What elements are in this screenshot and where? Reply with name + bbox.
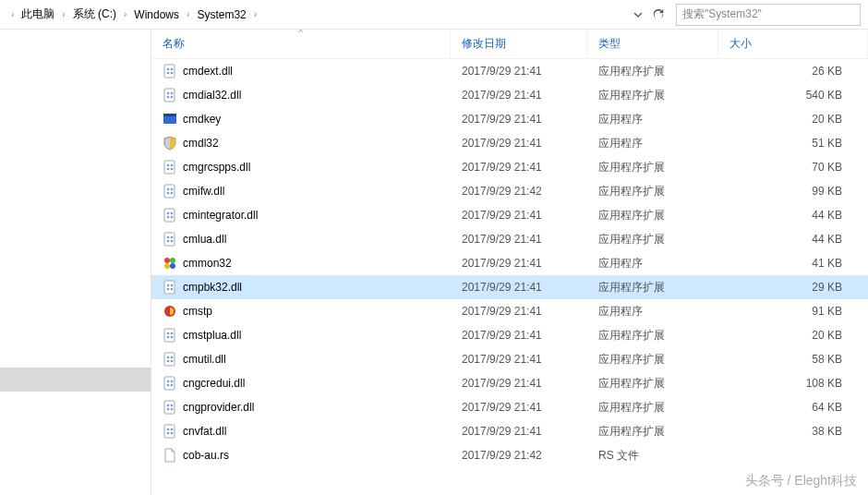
file-row[interactable]: cmstplua.dll2017/9/29 21:41应用程序扩展20 KB: [151, 323, 868, 347]
dll-icon: [163, 424, 177, 439]
svg-point-21: [171, 192, 174, 195]
dll-icon: [163, 88, 177, 103]
file-row[interactable]: cmdkey2017/9/29 21:41应用程序20 KB: [151, 107, 868, 131]
file-date-cell: 2017/9/29 21:41: [451, 137, 587, 150]
file-size-cell: 44 KB: [718, 233, 868, 246]
breadcrumb-item[interactable]: 系统 (C:): [69, 6, 120, 22]
history-dropdown-button[interactable]: [628, 5, 648, 25]
breadcrumb-item[interactable]: System32: [193, 8, 249, 21]
svg-point-49: [171, 356, 174, 359]
file-row[interactable]: cmmon322017/9/29 21:41应用程序41 KB: [151, 251, 868, 275]
svg-point-1: [167, 68, 170, 71]
file-row[interactable]: cmutil.dll2017/9/29 21:41应用程序扩展58 KB: [151, 347, 868, 371]
file-name-cell[interactable]: cmlua.dll: [151, 232, 451, 247]
file-row[interactable]: cmstp2017/9/29 21:41应用程序91 KB: [151, 299, 868, 323]
dll-icon: [163, 280, 177, 295]
file-name-cell[interactable]: cmstplua.dll: [151, 328, 451, 343]
svg-point-65: [167, 432, 170, 435]
svg-point-39: [167, 288, 170, 291]
file-row[interactable]: cmpbk32.dll2017/9/29 21:41应用程序扩展29 KB: [151, 275, 868, 299]
file-name: cmdkey: [183, 113, 221, 126]
file-row[interactable]: cob-au.rs2017/9/29 21:42RS 文件: [151, 443, 868, 467]
file-date-cell: 2017/9/29 21:41: [451, 281, 587, 294]
file-name-cell[interactable]: cob-au.rs: [151, 448, 451, 463]
breadcrumb-item[interactable]: 此电脑: [18, 6, 58, 22]
dll-icon: [163, 352, 177, 367]
sidebar-selected-item[interactable]: [0, 368, 151, 392]
file-name-cell[interactable]: cmmon32: [151, 256, 451, 271]
svg-point-46: [171, 336, 174, 339]
svg-point-15: [167, 168, 170, 171]
file-row[interactable]: cngcredui.dll2017/9/29 21:41应用程序扩展108 KB: [151, 371, 868, 395]
dll-icon: [163, 376, 177, 391]
svg-point-3: [167, 72, 170, 75]
file-date-cell: 2017/9/29 21:41: [451, 401, 587, 414]
dll-icon: [163, 232, 177, 247]
svg-point-18: [167, 188, 170, 191]
search-input[interactable]: 搜索"System32": [676, 4, 861, 26]
file-name-cell[interactable]: cmdial32.dll: [151, 88, 451, 103]
file-row[interactable]: cmintegrator.dll2017/9/29 21:41应用程序扩展44 …: [151, 203, 868, 227]
dll-icon: [163, 328, 177, 343]
main-area: ^ 名称 修改日期 类型 大小 cmdext.dll2017/9/29 21:4…: [0, 30, 868, 495]
file-name-cell[interactable]: cmintegrator.dll: [151, 208, 451, 223]
navigation-pane[interactable]: [0, 30, 151, 495]
file-type-cell: 应用程序扩展: [587, 232, 718, 248]
svg-point-45: [167, 336, 170, 339]
file-name-cell[interactable]: cmgrcspps.dll: [151, 160, 451, 175]
column-label: 修改日期: [462, 36, 506, 52]
file-size-cell: 58 KB: [718, 353, 868, 366]
refresh-button[interactable]: [648, 5, 669, 25]
file-row[interactable]: cnvfat.dll2017/9/29 21:41应用程序扩展38 KB: [151, 419, 868, 443]
file-row[interactable]: cngprovider.dll2017/9/29 21:41应用程序扩展64 K…: [151, 395, 868, 419]
file-type-cell: 应用程序扩展: [587, 424, 718, 440]
file-type-cell: 应用程序扩展: [587, 208, 718, 223]
file-name-cell[interactable]: cngprovider.dll: [151, 400, 451, 415]
file-row[interactable]: cmgrcspps.dll2017/9/29 21:41应用程序扩展70 KB: [151, 155, 868, 179]
svg-point-28: [167, 236, 170, 239]
file-name-cell[interactable]: cnvfat.dll: [151, 424, 451, 439]
file-name-cell[interactable]: cmpbk32.dll: [151, 280, 451, 295]
file-date-cell: 2017/9/29 21:42: [451, 185, 587, 198]
file-name-cell[interactable]: cmdl32: [151, 136, 451, 151]
column-header-size[interactable]: 大小: [718, 30, 868, 58]
file-rows: cmdext.dll2017/9/29 21:41应用程序扩展26 KBcmdi…: [151, 59, 868, 467]
svg-point-64: [171, 429, 174, 431]
file-row[interactable]: cmdial32.dll2017/9/29 21:41应用程序扩展540 KB: [151, 83, 868, 107]
file-name-cell[interactable]: cmdext.dll: [151, 64, 451, 78]
file-row[interactable]: cmdl322017/9/29 21:41应用程序51 KB: [151, 131, 868, 155]
file-row[interactable]: cmifw.dll2017/9/29 21:42应用程序扩展99 KB: [151, 179, 868, 203]
file-type-cell: 应用程序扩展: [587, 352, 718, 368]
file-name: cnvfat.dll: [183, 425, 226, 438]
address-bar: › 此电脑 › 系统 (C:) › Windows › System32 › 搜…: [0, 0, 868, 30]
exe-blue-icon: [163, 112, 177, 127]
svg-point-44: [171, 332, 174, 335]
file-date-cell: 2017/9/29 21:41: [451, 89, 587, 102]
column-header-name[interactable]: ^ 名称: [151, 30, 451, 58]
column-header-date[interactable]: 修改日期: [451, 30, 587, 58]
file-name-cell[interactable]: cngcredui.dll: [151, 376, 451, 391]
file-type-cell: 应用程序扩展: [587, 280, 718, 296]
chevron-right-icon: ›: [250, 9, 260, 19]
breadcrumb[interactable]: › 此电脑 › 系统 (C:) › Windows › System32 ›: [0, 0, 628, 29]
breadcrumb-item[interactable]: Windows: [130, 8, 183, 21]
svg-point-43: [167, 332, 170, 335]
file-size-cell: 29 KB: [718, 281, 868, 294]
file-size-cell: 44 KB: [718, 209, 868, 222]
file-name: cmdext.dll: [183, 65, 233, 78]
file-name-cell[interactable]: cmutil.dll: [151, 352, 451, 367]
file-name-cell[interactable]: cmdkey: [151, 112, 451, 127]
file-date-cell: 2017/9/29 21:41: [451, 329, 587, 342]
file-name: cmgrcspps.dll: [183, 161, 250, 174]
chevron-right-icon: ›: [7, 9, 18, 19]
file-date-cell: 2017/9/29 21:41: [451, 305, 587, 318]
file-type-cell: 应用程序扩展: [587, 64, 718, 79]
file-row[interactable]: cmlua.dll2017/9/29 21:41应用程序扩展44 KB: [151, 227, 868, 251]
file-name-cell[interactable]: cmifw.dll: [151, 184, 451, 199]
file-type-cell: 应用程序: [587, 304, 718, 320]
column-label: 大小: [729, 36, 752, 52]
file-name-cell[interactable]: cmstp: [151, 304, 451, 319]
file-row[interactable]: cmdext.dll2017/9/29 21:41应用程序扩展26 KB: [151, 59, 868, 83]
address-controls: [628, 5, 672, 25]
column-header-type[interactable]: 类型: [587, 30, 718, 58]
